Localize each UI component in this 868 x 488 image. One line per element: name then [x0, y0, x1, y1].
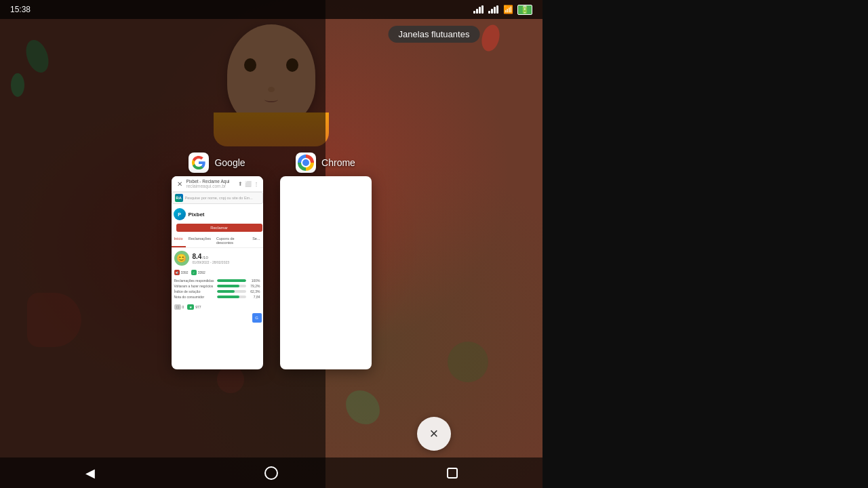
mini-respondidas-count: 3392	[198, 270, 205, 274]
mini-header: ✕ Pixbet - Reclame Aqui reclaimeaqui.com…	[172, 176, 263, 192]
mini-stat-reclamacoes: 📢 3392	[174, 270, 189, 275]
mini-progress-bar-fill-1	[217, 285, 240, 287]
share-icon[interactable]: ⬆	[238, 181, 243, 187]
mini-search-bar: RA Pesquise por nome, cnpj ou site do Em…	[172, 192, 263, 204]
mini-progress-row-3: Nota do consumidor 7,84	[174, 295, 260, 299]
mini-stat-respondidas: ✓ 3392	[191, 270, 205, 275]
chrome-app-card: Chrome	[273, 149, 378, 369]
mini-stats-box: 📢 3392 ✓ 3392	[172, 268, 263, 277]
google-mini-screenshot[interactable]: ✕ Pixbet - Reclame Aqui reclaimeaqui.com…	[172, 176, 263, 369]
mini-score-out-of: /10	[202, 256, 208, 260]
mini-not-responded-count: 0	[182, 305, 184, 309]
mini-avaliadas-icon: ★	[187, 304, 194, 310]
home-circle-icon	[264, 466, 279, 481]
svg-point-0	[265, 467, 277, 479]
mini-close-icon[interactable]: ✕	[176, 180, 184, 188]
mini-progress-label-3: Nota do consumidor	[174, 295, 215, 299]
mini-progress-label-2: Índice de solução	[174, 289, 215, 293]
mini-progress-value-2: 62,3%	[248, 289, 260, 293]
mini-tab-icons: ⬆ ⬜ ⋮	[238, 181, 259, 187]
mini-tab-info: Pixbet - Reclame Aqui reclaimeaqui.com.b…	[186, 179, 235, 188]
mini-progress-value-0: 100%	[248, 279, 260, 283]
right-overlay	[542, 0, 868, 488]
mini-reclamacoes-icon: 📢	[174, 270, 180, 275]
chrome-card-label: Chrome	[321, 157, 355, 168]
mini-reclamacoes-count: 3392	[181, 270, 189, 274]
floating-windows-label: Janelas flutuantes	[389, 26, 480, 43]
status-bar: 15:38 📶 🔋	[0, 0, 542, 19]
bottom-nav: ◀	[0, 458, 542, 488]
mini-score-section: 😊 8.4 /10 01/09/2022 - 28/02/2023	[172, 248, 263, 268]
mini-pixbet-section: P Pixbet	[172, 206, 263, 222]
recaptcha-icon: G	[252, 313, 262, 323]
mini-progress-value-3: 7,84	[248, 295, 260, 299]
mini-score-date: 01/09/2022 - 28/02/2023	[193, 260, 260, 264]
mini-progress-label-0: Reclamações respondidas	[174, 279, 215, 283]
mini-emoji: 😊	[174, 251, 189, 266]
mini-bottom-stats: ☐ 0 ★ 977	[172, 302, 263, 312]
signal-icon	[473, 5, 484, 14]
mini-bottom-stat-0: ☐ 0	[174, 304, 184, 310]
recents-button[interactable]	[442, 463, 462, 483]
chrome-card-header: Chrome	[273, 149, 378, 176]
google-app-card: Google ✕ Pixbet - Reclame Aqui reclaimea…	[165, 149, 270, 369]
mini-score-info: 8.4 /10 01/09/2022 - 28/02/2023	[193, 253, 260, 264]
mini-tab-reclamacoes[interactable]: Reclamações	[186, 235, 214, 247]
mini-ra-logo: RA	[175, 194, 183, 202]
mini-progress-bar-fill-2	[217, 290, 235, 293]
google-card-label: Google	[214, 157, 245, 168]
mini-progress-bar-fill-3	[217, 296, 240, 298]
mini-tab-inicio[interactable]: Início	[172, 235, 186, 247]
google-icon	[189, 152, 209, 173]
mini-tab-cupons[interactable]: Cupons de descontos	[214, 235, 250, 247]
mini-reclamar-btn[interactable]: Reclamar	[176, 224, 262, 232]
back-button[interactable]: ◀	[80, 463, 100, 483]
mini-recaptcha: G	[172, 312, 263, 324]
mini-score-number: 8.4	[193, 253, 202, 260]
google-card-header: Google	[165, 149, 270, 176]
chrome-screenshot[interactable]	[280, 176, 372, 369]
mini-reclamar-wrapper: Reclamar	[172, 224, 263, 235]
mini-not-responded-icon: ☐	[174, 304, 181, 310]
mini-pixbet-label: Pixbet	[189, 211, 205, 218]
mini-avaliadas-count: 977	[195, 305, 201, 309]
mini-progress-label-1: Voltaram a fazer negócios	[174, 284, 215, 288]
recents-square-icon	[446, 467, 458, 479]
mini-search-text: Pesquise por nome, cnpj ou site do Em...	[185, 196, 253, 200]
more-icon[interactable]: ⋮	[254, 181, 259, 187]
mini-tab-extra[interactable]: Se...	[250, 235, 262, 247]
battery-icon: 🔋	[517, 5, 532, 15]
app-cards-area: Google ✕ Pixbet - Reclame Aqui reclaimea…	[0, 149, 542, 369]
mini-progress-row-0: Reclamações respondidas 100%	[174, 279, 260, 283]
mini-bottom-stat-1: ★ 977	[187, 304, 201, 310]
status-icons: 📶 🔋	[473, 5, 532, 15]
status-time: 15:38	[10, 5, 31, 14]
signal-icon-2	[488, 5, 498, 14]
mini-respondidas-icon: ✓	[191, 270, 197, 275]
mini-pixbet-logo: P	[174, 208, 186, 220]
mini-progress-row-2: Índice de solução 62,3%	[174, 289, 260, 293]
mini-progress-bar-fill-0	[217, 279, 246, 282]
svg-rect-1	[448, 468, 457, 478]
home-button[interactable]	[261, 463, 281, 483]
mini-progress-bar-bg-0	[217, 279, 246, 282]
tabs-icon[interactable]: ⬜	[245, 181, 252, 187]
chrome-icon	[296, 152, 316, 173]
close-button[interactable]: ×	[417, 417, 451, 451]
wifi-icon: 📶	[503, 5, 513, 14]
mini-progress-value-1: 79,2%	[248, 284, 260, 288]
mini-progress-bar-bg-2	[217, 290, 246, 293]
mini-progress-bar-bg-1	[217, 285, 246, 287]
mini-progress-row-1: Voltaram a fazer negócios 79,2%	[174, 284, 260, 288]
mini-progress-bar-bg-3	[217, 296, 246, 298]
mini-progress-section: Reclamações respondidas 100% Voltaram a …	[172, 277, 263, 302]
mini-tabs: Início Reclamações Cupons de descontos S…	[172, 235, 263, 248]
